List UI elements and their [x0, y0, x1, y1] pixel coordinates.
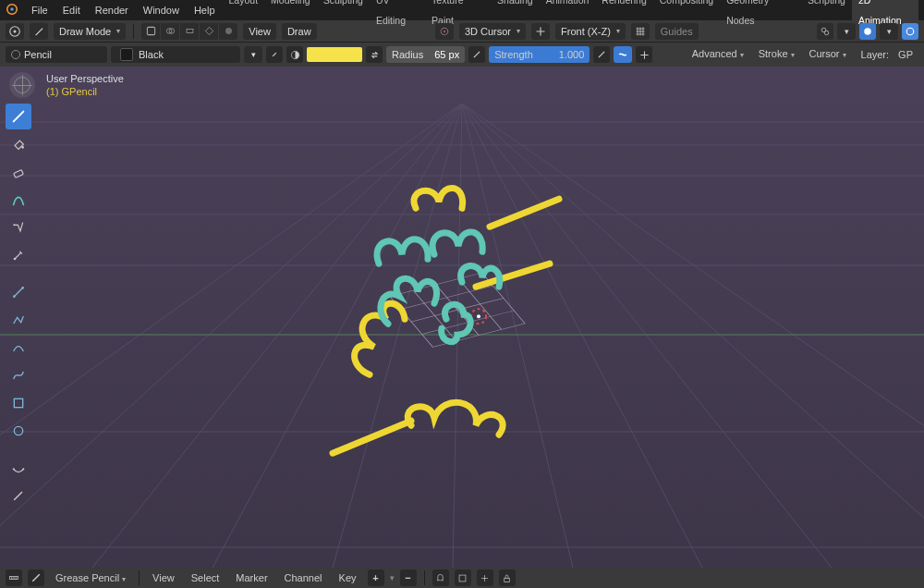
- guides-label[interactable]: Guides: [655, 23, 699, 40]
- advanced-dropdown[interactable]: Advanced: [687, 45, 749, 64]
- menu-render[interactable]: Render: [88, 0, 136, 20]
- color-mode-icon[interactable]: [286, 46, 303, 63]
- lock-icon[interactable]: [499, 570, 516, 586]
- radius-value: 65 px: [434, 49, 459, 60]
- add-key-icon[interactable]: +: [368, 570, 384, 586]
- axis-icon[interactable]: [531, 23, 550, 40]
- tool-eyedropper[interactable]: [6, 242, 31, 268]
- header-menu-view[interactable]: View: [243, 23, 276, 40]
- tool-box[interactable]: [6, 390, 31, 416]
- stabilize-toggle-icon[interactable]: [614, 46, 632, 63]
- 3d-viewport[interactable]: User Perspective (1) GPencil: [0, 67, 924, 568]
- perspective-label: User Perspective: [46, 72, 124, 85]
- shading-solid-icon[interactable]: [859, 23, 876, 40]
- add-key-dropdown-icon[interactable]: ▾: [390, 573, 395, 582]
- tool-tint[interactable]: [6, 187, 31, 213]
- tool-annotate[interactable]: [6, 483, 31, 508]
- svg-rect-7: [187, 29, 193, 32]
- brush-name: Pencil: [24, 49, 52, 60]
- grease-pencil-drawing: [296, 157, 628, 490]
- active-object-label: (1) GPencil: [46, 85, 124, 98]
- stroke-dropdown[interactable]: Stroke: [753, 45, 800, 64]
- svg-point-56: [477, 314, 480, 318]
- orientation-dropdown[interactable]: Front (X-Z): [555, 23, 626, 40]
- fade-toggle-icon[interactable]: [219, 23, 237, 40]
- tool-polyline[interactable]: [6, 307, 31, 333]
- svg-point-46: [13, 468, 15, 470]
- layer-value[interactable]: GP: [893, 46, 918, 63]
- color-swatch[interactable]: [307, 47, 362, 62]
- tool-arc[interactable]: [6, 335, 31, 361]
- svg-point-47: [22, 468, 24, 470]
- tool-interpolate[interactable]: [6, 455, 31, 481]
- svg-point-8: [225, 28, 232, 34]
- radius-field[interactable]: Radius 65 px: [386, 46, 465, 63]
- svg-point-14: [906, 28, 914, 35]
- summary-icon[interactable]: [455, 570, 471, 586]
- color-flip-icon[interactable]: [366, 46, 383, 63]
- viewport-overlay-text: User Perspective (1) GPencil: [46, 72, 124, 98]
- navigation-gizmo[interactable]: [9, 72, 35, 98]
- divider: [133, 24, 134, 39]
- onion-toggle-icon[interactable]: [161, 23, 179, 40]
- menu-help[interactable]: Help: [187, 0, 223, 20]
- material-dropdown-icon[interactable]: ▾: [244, 46, 262, 63]
- autofix-icon[interactable]: [636, 46, 652, 63]
- tool-fill[interactable]: [6, 131, 31, 157]
- menu-edit[interactable]: Edit: [55, 0, 88, 20]
- svg-line-41: [14, 288, 22, 296]
- ghost-icon[interactable]: [432, 570, 449, 586]
- menu-window[interactable]: Window: [136, 0, 187, 20]
- svg-point-37: [21, 146, 24, 149]
- svg-point-43: [21, 287, 24, 289]
- tool-circle[interactable]: [6, 418, 31, 444]
- svg-point-12: [824, 31, 829, 35]
- grid-icon[interactable]: [631, 23, 650, 40]
- overlays-icon[interactable]: [817, 23, 833, 40]
- multiframe-toggle-icon[interactable]: [180, 23, 199, 40]
- mask-toggle-icon[interactable]: [141, 23, 160, 40]
- overlays-dropdown-icon[interactable]: ▾: [837, 23, 856, 40]
- material-field[interactable]: Black: [111, 46, 240, 63]
- tool-draw[interactable]: [6, 104, 31, 129]
- svg-rect-61: [459, 575, 466, 582]
- tool-erase[interactable]: [6, 159, 31, 185]
- timeline-menu-channel[interactable]: Channel: [279, 572, 328, 583]
- timeline-menu-key[interactable]: Key: [334, 572, 362, 583]
- shading-material-icon[interactable]: [902, 23, 918, 40]
- mode-icon[interactable]: [30, 23, 48, 40]
- menu-file[interactable]: File: [24, 0, 55, 20]
- xray-toggle-icon[interactable]: [200, 23, 218, 40]
- shading-dropdown-icon[interactable]: ▾: [880, 23, 898, 40]
- timeline-editor-dropdown[interactable]: Grease Pencil: [50, 572, 131, 583]
- svg-point-42: [13, 295, 16, 298]
- editor-type-icon[interactable]: [6, 23, 24, 40]
- remove-key-icon[interactable]: −: [400, 570, 417, 586]
- mode-dropdown[interactable]: Draw Mode: [54, 23, 126, 40]
- strength-pressure-icon[interactable]: [593, 46, 610, 63]
- placement-dropdown[interactable]: 3D Cursor: [459, 23, 526, 40]
- timeline-header: Grease Pencil View Select Marker Channel…: [0, 568, 924, 588]
- svg-rect-4: [147, 27, 154, 34]
- cursor3d-icon[interactable]: [435, 23, 454, 40]
- svg-rect-38: [14, 170, 24, 178]
- layer-label: Layer:: [861, 49, 890, 60]
- tool-line[interactable]: [6, 279, 31, 305]
- tool-cutter[interactable]: [6, 214, 31, 240]
- link-material-icon[interactable]: [266, 46, 283, 63]
- editor-type-timeline-icon[interactable]: [6, 570, 22, 586]
- svg-point-39: [13, 224, 15, 226]
- tool-curve[interactable]: [6, 362, 31, 388]
- strength-value: 1.000: [559, 49, 585, 60]
- strength-slider[interactable]: Strength 1.000: [489, 46, 590, 63]
- radius-pressure-icon[interactable]: [468, 46, 485, 63]
- timeline-menu-select[interactable]: Select: [186, 572, 225, 583]
- only-selected-icon[interactable]: [477, 570, 493, 586]
- timeline-menu-marker[interactable]: Marker: [230, 572, 273, 583]
- cursor-dropdown[interactable]: Cursor: [804, 45, 852, 64]
- gp-mode-icon[interactable]: [28, 570, 44, 586]
- timeline-menu-view[interactable]: View: [147, 572, 180, 583]
- svg-point-10: [444, 30, 445, 31]
- header-menu-draw[interactable]: Draw: [282, 23, 317, 40]
- brush-field[interactable]: Pencil: [6, 46, 107, 63]
